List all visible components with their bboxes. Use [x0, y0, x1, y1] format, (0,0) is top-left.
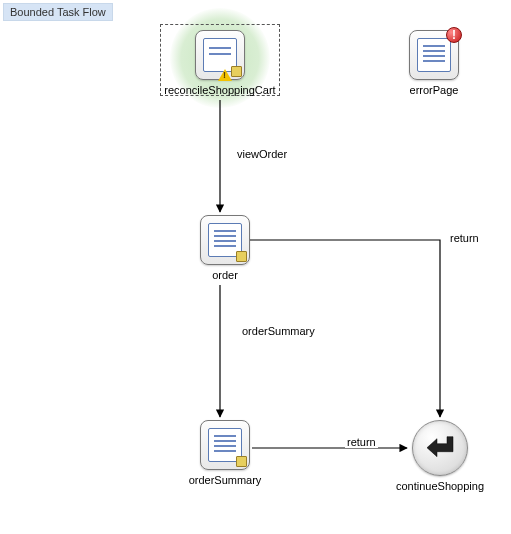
page-badge-icon	[231, 66, 242, 77]
return-arrow-icon	[425, 434, 455, 460]
node-reconcile-shopping-cart[interactable]: reconcileShoppingCart	[160, 30, 280, 96]
page-badge-icon	[236, 251, 247, 262]
node-label: reconcileShoppingCart	[160, 84, 280, 96]
warning-badge-icon	[218, 69, 232, 81]
node-order-summary[interactable]: orderSummary	[182, 420, 268, 486]
view-activity-icon: !	[409, 30, 459, 80]
diagram-title: Bounded Task Flow	[3, 3, 113, 21]
edge-label-return-from-order: return	[448, 232, 481, 244]
node-order[interactable]: order	[195, 215, 255, 281]
view-activity-icon	[200, 420, 250, 470]
node-continue-shopping[interactable]: continueShopping	[390, 420, 490, 492]
view-activity-icon	[200, 215, 250, 265]
edge-label-order-summary: orderSummary	[240, 325, 317, 337]
edge-label-return-from-summary: return	[345, 436, 378, 448]
error-badge-icon: !	[446, 27, 462, 43]
page-badge-icon	[236, 456, 247, 467]
node-label: orderSummary	[182, 474, 268, 486]
view-activity-icon	[195, 30, 245, 80]
node-label: continueShopping	[390, 480, 490, 492]
node-label: order	[195, 269, 255, 281]
node-error-page[interactable]: ! errorPage	[399, 30, 469, 96]
edge-label-view-order: viewOrder	[235, 148, 289, 160]
taskflow-return-icon	[412, 420, 468, 476]
node-label: errorPage	[399, 84, 469, 96]
